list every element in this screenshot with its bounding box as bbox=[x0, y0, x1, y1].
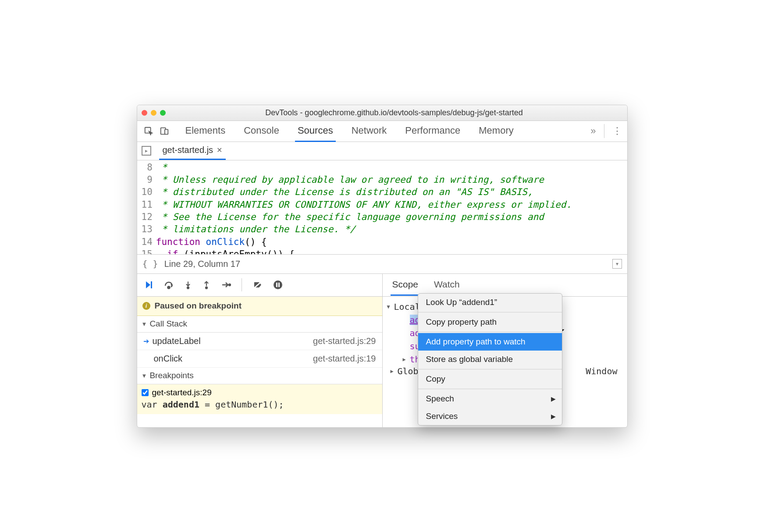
expand-icon: ▼ bbox=[387, 304, 394, 310]
tab-memory[interactable]: Memory bbox=[476, 121, 516, 142]
tab-network[interactable]: Network bbox=[349, 121, 390, 142]
minimize-window-button[interactable] bbox=[151, 110, 156, 116]
code-editor[interactable]: 8910111213141516 * * Unless required by … bbox=[137, 160, 627, 255]
debugger-right-pane: ScopeWatch ▼ Local addend1: undefinedads… bbox=[383, 274, 627, 427]
coverage-dropdown-icon[interactable]: ▾ bbox=[612, 259, 622, 269]
svg-rect-2 bbox=[164, 129, 167, 134]
device-mode-icon[interactable] bbox=[158, 125, 171, 137]
file-tab[interactable]: get-started.js ✕ bbox=[159, 142, 226, 160]
stack-location: get-started.js:19 bbox=[313, 354, 376, 364]
menu-separator bbox=[418, 332, 562, 332]
controls-separator bbox=[242, 278, 242, 291]
code-content[interactable]: * * Unless required by applicable law or… bbox=[156, 160, 572, 254]
window-title: DevTools - googlechrome.github.io/devtoo… bbox=[166, 108, 623, 117]
menu-item[interactable]: Store as global variable bbox=[418, 351, 562, 368]
file-tabbar: get-started.js ✕ bbox=[137, 142, 627, 160]
scope-global-label: Glob bbox=[398, 366, 419, 376]
svg-rect-11 bbox=[278, 283, 280, 287]
close-tab-icon[interactable]: ✕ bbox=[217, 146, 222, 154]
toolbar-divider bbox=[604, 124, 604, 138]
tab-watch[interactable]: Watch bbox=[432, 274, 462, 296]
tab-elements[interactable]: Elements bbox=[183, 121, 228, 142]
menu-item[interactable]: Add property path to watch bbox=[418, 333, 562, 351]
resume-icon[interactable] bbox=[143, 280, 154, 290]
stack-location: get-started.js:29 bbox=[313, 336, 376, 346]
breakpoint-code: var addend1 = getNumber1(); bbox=[142, 399, 378, 410]
call-stack-label: Call Stack bbox=[149, 319, 187, 329]
tab-sources[interactable]: Sources bbox=[295, 121, 336, 142]
debugger-controls bbox=[137, 274, 382, 297]
zoom-window-button[interactable] bbox=[160, 110, 166, 116]
paused-message: Paused on breakpoint bbox=[155, 301, 242, 311]
svg-point-4 bbox=[167, 287, 170, 289]
call-stack-list: ➔updateLabelget-started.js:29onClickget-… bbox=[137, 333, 382, 368]
info-icon: i bbox=[142, 302, 150, 310]
menu-separator bbox=[418, 369, 562, 369]
breakpoints-header[interactable]: ▼ Breakpoints bbox=[137, 368, 382, 384]
step-into-icon[interactable] bbox=[184, 280, 192, 290]
call-stack-row[interactable]: onClickget-started.js:19 bbox=[137, 350, 382, 368]
step-out-icon[interactable] bbox=[202, 280, 211, 290]
call-stack-row[interactable]: ➔updateLabelget-started.js:29 bbox=[137, 333, 382, 350]
breakpoint-entry[interactable]: get-started.js:29var addend1 = getNumber… bbox=[137, 384, 382, 414]
menu-separator bbox=[418, 389, 562, 389]
svg-rect-3 bbox=[151, 281, 152, 288]
step-over-icon[interactable] bbox=[163, 280, 174, 290]
call-stack-header[interactable]: ▼ Call Stack bbox=[137, 316, 382, 333]
breakpoint-checkbox[interactable] bbox=[142, 389, 149, 396]
menu-item[interactable]: Services▶ bbox=[418, 408, 562, 425]
pretty-print-icon[interactable]: { } bbox=[142, 259, 158, 269]
submenu-arrow-icon: ▶ bbox=[551, 413, 556, 420]
overflow-tabs-button[interactable]: » bbox=[590, 125, 596, 137]
close-window-button[interactable] bbox=[142, 110, 147, 116]
stack-fn: updateLabel bbox=[153, 336, 201, 346]
current-frame-icon: ➔ bbox=[143, 337, 149, 345]
traffic-lights bbox=[142, 110, 166, 116]
svg-point-7 bbox=[229, 284, 231, 286]
expand-icon: ▶ bbox=[403, 356, 410, 362]
breakpoint-label: get-started.js:29 bbox=[152, 388, 212, 397]
line-gutter: 8910111213141516 bbox=[137, 160, 156, 254]
panel-tabs: ElementsConsoleSourcesNetworkPerformance… bbox=[183, 121, 516, 142]
paused-banner: i Paused on breakpoint bbox=[137, 297, 382, 316]
debugger-left-pane: i Paused on breakpoint ▼ Call Stack ➔upd… bbox=[137, 274, 383, 427]
menu-separator bbox=[418, 312, 562, 312]
settings-menu-icon[interactable]: ⋮ bbox=[612, 125, 622, 137]
scope-global-value: Window bbox=[586, 366, 622, 376]
tab-console[interactable]: Console bbox=[241, 121, 282, 142]
menu-item[interactable]: Speech▶ bbox=[418, 390, 562, 408]
cursor-position: Line 29, Column 17 bbox=[164, 259, 240, 269]
debugger-panes: i Paused on breakpoint ▼ Call Stack ➔upd… bbox=[137, 274, 627, 427]
scope-local-label: Local bbox=[394, 301, 420, 312]
pause-on-exceptions-icon[interactable] bbox=[273, 280, 283, 290]
svg-rect-10 bbox=[276, 283, 277, 287]
file-tab-label: get-started.js bbox=[163, 145, 213, 155]
tab-scope[interactable]: Scope bbox=[391, 274, 420, 296]
titlebar: DevTools - googlechrome.github.io/devtoo… bbox=[137, 105, 627, 121]
tab-performance[interactable]: Performance bbox=[402, 121, 463, 142]
context-menu: Look Up “addend1”Copy property pathAdd p… bbox=[418, 293, 562, 426]
svg-point-5 bbox=[187, 287, 188, 289]
inspect-element-icon[interactable] bbox=[142, 125, 155, 137]
main-toolbar: ElementsConsoleSourcesNetworkPerformance… bbox=[137, 121, 627, 142]
deactivate-breakpoints-icon[interactable] bbox=[252, 280, 263, 290]
menu-item[interactable]: Copy bbox=[418, 370, 562, 388]
editor-status-bar: { } Line 29, Column 17 ▾ bbox=[137, 255, 627, 274]
breakpoints-label: Breakpoints bbox=[149, 371, 193, 380]
expand-icon: ▼ bbox=[142, 372, 147, 379]
step-icon[interactable] bbox=[220, 280, 231, 290]
svg-point-9 bbox=[274, 280, 282, 289]
svg-point-6 bbox=[205, 287, 207, 289]
expand-icon: ▼ bbox=[142, 321, 147, 327]
show-navigator-icon[interactable] bbox=[142, 146, 151, 156]
devtools-window: DevTools - googlechrome.github.io/devtoo… bbox=[137, 105, 628, 428]
breakpoints-list: get-started.js:29var addend1 = getNumber… bbox=[137, 384, 382, 414]
menu-item[interactable]: Look Up “addend1” bbox=[418, 294, 562, 311]
stack-fn: onClick bbox=[154, 354, 183, 364]
submenu-arrow-icon: ▶ bbox=[551, 395, 556, 402]
menu-item[interactable]: Copy property path bbox=[418, 313, 562, 331]
expand-icon: ▶ bbox=[391, 368, 398, 374]
